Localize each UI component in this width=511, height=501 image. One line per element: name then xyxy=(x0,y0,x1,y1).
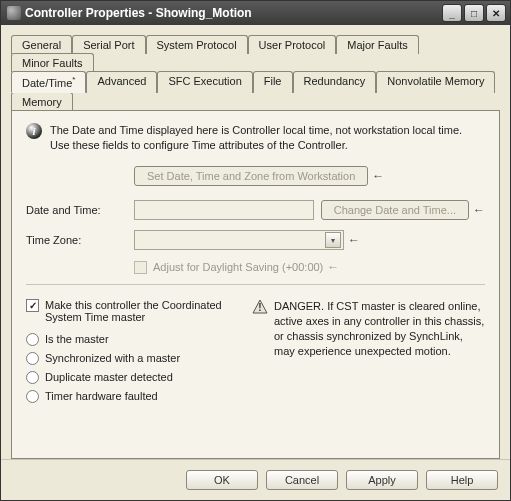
app-icon xyxy=(7,6,21,20)
tab-major-faults[interactable]: Major Faults xyxy=(336,35,419,54)
warning-title: DANGER. xyxy=(274,300,324,312)
arrow-icon-3: ← xyxy=(344,233,360,247)
radio-duplicate-master-label: Duplicate master detected xyxy=(45,371,173,383)
tab-user-protocol[interactable]: User Protocol xyxy=(248,35,337,54)
cst-master-label: Make this controller the Coordinated Sys… xyxy=(45,299,236,323)
right-column: ! DANGER. If CST master is cleared onlin… xyxy=(252,299,485,409)
radio-hw-fault[interactable] xyxy=(26,390,39,403)
info-icon: i xyxy=(26,123,42,139)
tab-file[interactable]: File xyxy=(253,71,293,93)
minimize-button[interactable]: _ xyxy=(442,4,462,22)
warning-row: ! DANGER. If CST master is cleared onlin… xyxy=(252,299,485,358)
tab-date-time[interactable]: Date/Time* xyxy=(11,71,86,93)
close-button[interactable]: ✕ xyxy=(486,4,506,22)
dialog-button-bar: OK Cancel Apply Help xyxy=(1,459,510,500)
cst-master-row: ✓ Make this controller the Coordinated S… xyxy=(26,299,236,323)
cst-status-radio-group: Is the master Synchronized with a master… xyxy=(26,333,236,403)
tab-redundancy[interactable]: Redundancy xyxy=(293,71,377,93)
radio-hw-fault-label: Timer hardware faulted xyxy=(45,390,158,402)
radio-is-master-label: Is the master xyxy=(45,333,109,345)
radio-duplicate-master[interactable] xyxy=(26,371,39,384)
time-zone-select[interactable]: ▾ xyxy=(134,230,344,250)
cst-master-checkbox[interactable]: ✓ xyxy=(26,299,39,312)
tab-nonvolatile-memory[interactable]: Nonvolatile Memory xyxy=(376,71,495,93)
warning-text: DANGER. If CST master is cleared online,… xyxy=(274,299,485,358)
client-area: General Serial Port System Protocol User… xyxy=(1,25,510,459)
svg-text:!: ! xyxy=(258,302,261,313)
titlebar: Controller Properties - Showing_Motion _… xyxy=(1,1,510,25)
tab-advanced[interactable]: Advanced xyxy=(86,71,157,93)
arrow-icon-4: ← xyxy=(323,260,339,274)
separator xyxy=(26,284,485,285)
tabstrip-row2: Date/Time* Advanced SFC Execution File R… xyxy=(11,71,500,110)
tab-sfc-execution[interactable]: SFC Execution xyxy=(157,71,252,93)
adjust-dst-checkbox xyxy=(134,261,147,274)
adjust-dst-label: Adjust for Daylight Saving (+00:00) xyxy=(153,261,323,273)
window: Controller Properties - Showing_Motion _… xyxy=(0,0,511,501)
warning-icon: ! xyxy=(252,299,268,315)
maximize-button[interactable]: □ xyxy=(464,4,484,22)
time-zone-label: Time Zone: xyxy=(26,234,134,246)
tab-system-protocol[interactable]: System Protocol xyxy=(146,35,248,54)
change-date-time-button[interactable]: Change Date and Time... xyxy=(321,200,469,220)
ok-button[interactable]: OK xyxy=(186,470,258,490)
info-row: i The Date and Time displayed here is Co… xyxy=(26,123,485,153)
arrow-icon-1: ← xyxy=(368,169,384,183)
tab-panel-date-time: i The Date and Time displayed here is Co… xyxy=(11,110,500,459)
tab-general[interactable]: General xyxy=(11,35,72,54)
tabstrip-row1: General Serial Port System Protocol User… xyxy=(11,35,500,71)
set-from-workstation-button[interactable]: Set Date, Time and Zone from Workstation xyxy=(134,166,368,186)
radio-synced-label: Synchronized with a master xyxy=(45,352,180,364)
window-buttons: _ □ ✕ xyxy=(442,4,506,22)
arrow-icon-2: ← xyxy=(469,203,485,217)
tab-serial-port[interactable]: Serial Port xyxy=(72,35,145,54)
radio-is-master[interactable] xyxy=(26,333,39,346)
tab-date-time-label: Date/Time xyxy=(22,77,72,89)
tab-memory[interactable]: Memory xyxy=(11,92,73,111)
date-time-label: Date and Time: xyxy=(26,204,134,216)
window-title: Controller Properties - Showing_Motion xyxy=(25,6,442,20)
help-button[interactable]: Help xyxy=(426,470,498,490)
info-text: The Date and Time displayed here is Cont… xyxy=(50,123,462,153)
radio-synced[interactable] xyxy=(26,352,39,365)
left-column: ✓ Make this controller the Coordinated S… xyxy=(26,299,236,409)
tab-minor-faults[interactable]: Minor Faults xyxy=(11,53,94,72)
date-time-input[interactable] xyxy=(134,200,314,220)
apply-button[interactable]: Apply xyxy=(346,470,418,490)
lower-section: ✓ Make this controller the Coordinated S… xyxy=(26,299,485,409)
tab-modified-marker: * xyxy=(72,75,75,84)
info-line1: The Date and Time displayed here is Cont… xyxy=(50,123,462,138)
cancel-button[interactable]: Cancel xyxy=(266,470,338,490)
info-line2: Use these fields to configure Time attri… xyxy=(50,138,462,153)
chevron-down-icon: ▾ xyxy=(325,232,341,248)
